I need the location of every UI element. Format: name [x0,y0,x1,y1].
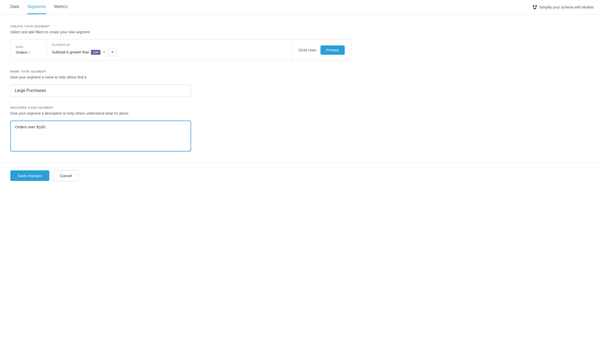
segment-description-textarea[interactable]: Orders over $100. [10,121,191,152]
svg-rect-0 [533,5,534,7]
name-section-title: NAME YOUR SEGMENT [10,70,351,73]
describe-section-subtitle: Give your segment a description to help … [10,111,351,115]
filtered-by-label: FILTERED BY [52,44,287,46]
create-section-title: CREATE YOUR SEGMENT [10,25,351,28]
filter-chips: Subtotal is greater than 100 ✕ + [52,48,287,56]
models-link[interactable]: Simplify your schema with Models [539,5,594,9]
chevron-down-icon: ▾ [29,51,30,54]
tab-metrics[interactable]: Metrics [54,0,68,14]
tab-segments[interactable]: Segments [27,0,46,14]
save-changes-button[interactable]: Save changes [10,170,49,181]
filter-card: DATA Orders ▾ FILTERED BY Subtotal is gr… [10,39,351,61]
filter-chip: Subtotal is greater than 100 ✕ [52,50,106,55]
svg-rect-1 [535,5,537,7]
main-content: CREATE YOUR SEGMENT Select and add filte… [0,14,362,152]
data-value-text: Orders [16,50,28,54]
nav-right: Simplify your schema with Models [532,5,594,10]
cancel-button[interactable]: Cancel [53,170,79,181]
filter-chip-text: Subtotal is greater than [52,50,89,54]
segment-name-input[interactable] [10,84,191,97]
preview-button[interactable]: Preview [320,45,345,55]
describe-segment-section: DESCRIBE YOUR SEGMENT Give your segment … [10,106,351,152]
filter-by-col: FILTERED BY Subtotal is greater than 100… [47,39,292,60]
data-value-dropdown[interactable]: Orders ▾ [16,50,41,54]
rows-count: 5244 rows [299,48,316,52]
footer-bar: Save changes Cancel [0,163,604,188]
top-nav: Data Segments Metrics Simplify your sche… [0,0,604,14]
models-icon [532,5,537,10]
filter-rows-col: 5244 rows Preview [292,41,351,59]
filter-chip-badge: 100 [91,50,101,55]
data-label: DATA [16,46,41,49]
remove-filter-icon[interactable]: ✕ [103,50,106,54]
create-segment-section: CREATE YOUR SEGMENT Select and add filte… [10,25,351,61]
filter-data-col: DATA Orders ▾ [11,42,47,59]
tab-data[interactable]: Data [10,0,19,14]
describe-section-title: DESCRIBE YOUR SEGMENT [10,106,351,109]
add-filter-button[interactable]: + [108,48,116,56]
nav-tabs: Data Segments Metrics [10,0,67,14]
name-segment-section: NAME YOUR SEGMENT Give your segment a na… [10,70,351,97]
create-section-subtitle: Select and add filters to create your ne… [10,30,351,34]
name-section-subtitle: Give your segment a name to help others … [10,75,351,79]
